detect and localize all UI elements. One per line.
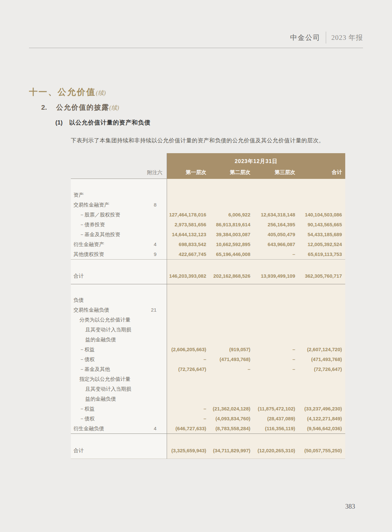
row-label: 分类为以公允价值计量 (71, 315, 135, 325)
row-value (207, 295, 251, 305)
row-value (207, 394, 251, 404)
total-row: 合计146,203,393,082202,162,868,52613,939,4… (71, 271, 345, 281)
table-row: －债权–(4,093,834,760)(28,437,089)(4,122,27… (71, 414, 345, 424)
table-row: 益的金融负债 (71, 335, 345, 345)
row-label: 负债 (71, 295, 135, 305)
row-value (251, 394, 296, 404)
row-value: (8,783,558,284) (207, 424, 251, 434)
row-value (167, 374, 207, 384)
row-label: 衍生金融资产 (71, 239, 135, 249)
table-row: 负债 (71, 295, 345, 305)
row-value: – (167, 414, 207, 424)
row-value (207, 335, 251, 345)
row-label: 合计 (71, 446, 135, 456)
row-label: －基金及其他 (71, 364, 135, 374)
row-spacer (71, 284, 345, 295)
row-value: 2,973,581,656 (167, 220, 207, 230)
row-value: (646,727,633) (167, 424, 207, 434)
column-header-level2: 第二层次 (207, 169, 251, 176)
row-value (251, 325, 296, 335)
row-value: 14,644,132,123 (167, 230, 207, 239)
subsection-title: 2. 公允价值的披露(续) (41, 103, 119, 112)
table-row: 交易性金融负债21 (71, 305, 345, 315)
row-note: 8 (135, 200, 167, 210)
table-row: 且其变动计入当期损 (71, 325, 345, 335)
row-value: (34,711,829,997) (207, 446, 251, 456)
row-value: 202,162,868,526 (207, 271, 251, 281)
row-note (135, 295, 167, 305)
row-label: －权益 (71, 345, 135, 354)
row-value (296, 295, 345, 305)
table-row: 且其变动计入当期损 (71, 384, 345, 394)
table-body: 资产交易性金融资产8－股票／股权投资127,464,178,0166,006,9… (71, 179, 345, 459)
item-title: (1) 以公允价值计量的资产和负债 (55, 119, 151, 126)
row-value (251, 200, 296, 210)
row-note (135, 325, 167, 335)
item-number: (1) (55, 119, 63, 126)
row-value (251, 315, 296, 325)
row-value: – (167, 354, 207, 364)
row-value: 39,384,003,087 (207, 230, 251, 239)
row-note (135, 190, 167, 200)
table-vertical-divider (167, 153, 167, 459)
row-value (251, 295, 296, 305)
column-header-level3: 第三层次 (251, 169, 296, 176)
subsection-number: 2. (41, 103, 47, 111)
row-label: 交易性金融负债 (71, 305, 135, 315)
row-note (135, 335, 167, 345)
row-label: －基金及其他投资 (71, 230, 135, 239)
item-title-text: 以公允价值计量的资产和负债 (69, 119, 151, 126)
report-edition: 2023 年报 (331, 33, 363, 42)
row-note (135, 404, 167, 414)
row-value: – (251, 364, 296, 374)
row-value (207, 315, 251, 325)
row-value (296, 394, 345, 404)
row-note: 4 (135, 239, 167, 249)
row-value (251, 374, 296, 384)
row-label: 衍生金融负债 (71, 424, 135, 434)
row-value: 90,143,565,665 (296, 220, 345, 230)
row-value: 54,433,185,689 (296, 230, 345, 239)
row-label: 合计 (71, 271, 135, 281)
table-header: 附注六 2023年12月31日 第一层次 第二层次 第三层次 合计 (71, 153, 345, 179)
subsection-title-text: 公允价值的披露(续) (56, 103, 119, 112)
row-value (296, 315, 345, 325)
row-value: 698,833,542 (167, 239, 207, 249)
row-value: 65,619,113,753 (296, 249, 345, 259)
row-value (207, 200, 251, 210)
row-label: 益的金融负债 (71, 335, 135, 345)
row-value: – (251, 345, 296, 354)
row-value: 12,634,318,148 (251, 210, 296, 220)
row-value: – (251, 354, 296, 364)
row-value: (919,057) (207, 345, 251, 354)
section-title: 十一、公允价值(续) (29, 86, 106, 98)
row-label: 指定为以公允价值计量 (71, 374, 135, 384)
row-value (296, 374, 345, 384)
table-row: －基金及其他(72,726,647)––(72,726,647) (71, 364, 345, 374)
row-value: 422,667,745 (167, 249, 207, 259)
row-value (296, 325, 345, 335)
row-value (296, 200, 345, 210)
row-value: 405,050,479 (251, 230, 296, 239)
table-row: 其他债权投资9422,667,74565,196,446,008–65,619,… (71, 249, 345, 259)
row-value: 13,939,499,109 (251, 271, 296, 281)
row-label: 资产 (71, 190, 135, 200)
row-value: (9,546,642,036) (296, 424, 345, 434)
company-name: 中金公司 (290, 33, 321, 42)
row-note (135, 315, 167, 325)
row-value (167, 315, 207, 325)
row-note (135, 220, 167, 230)
row-note (135, 271, 167, 281)
column-header-level1: 第一层次 (167, 169, 207, 176)
row-label: －债权 (71, 414, 135, 424)
row-value (167, 305, 207, 315)
table-row: 指定为以公允价值计量 (71, 374, 345, 384)
row-value: (116,356,119) (251, 424, 296, 434)
row-value: (12,020,265,310) (251, 446, 296, 456)
row-value: (2,606,205,663) (167, 345, 207, 354)
table-header-band: 2023年12月31日 第一层次 第二层次 第三层次 合计 (167, 153, 345, 179)
row-label: －债券投资 (71, 220, 135, 230)
note-column-header: 附注六 (71, 153, 167, 179)
row-value: (3,325,659,943) (167, 446, 207, 456)
row-value (296, 305, 345, 315)
